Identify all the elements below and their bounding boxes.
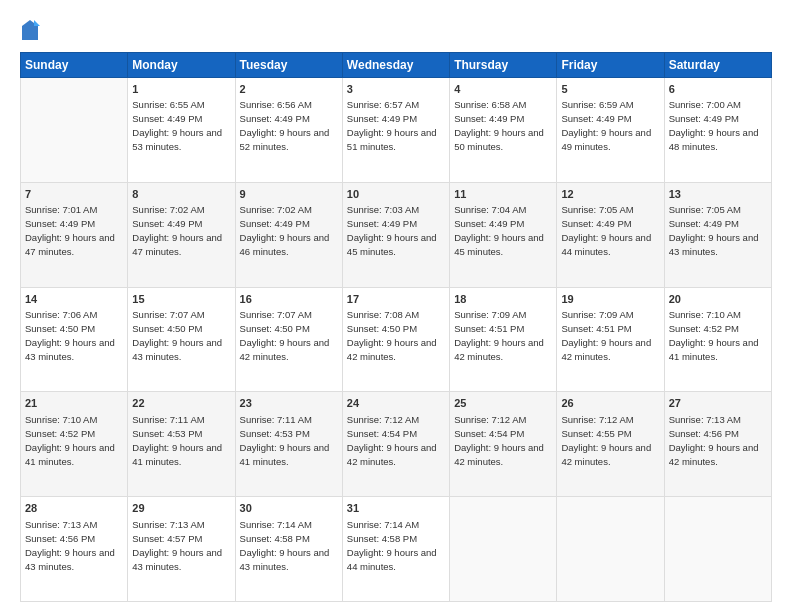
cell-text: Sunrise: 7:13 AMSunset: 4:56 PMDaylight:… <box>669 414 759 467</box>
day-number: 29 <box>132 501 230 516</box>
day-number: 15 <box>132 292 230 307</box>
calendar-cell: 31Sunrise: 7:14 AMSunset: 4:58 PMDayligh… <box>342 497 449 602</box>
weekday-header-sunday: Sunday <box>21 53 128 78</box>
week-row-2: 14Sunrise: 7:06 AMSunset: 4:50 PMDayligh… <box>21 287 772 392</box>
calendar-cell: 7Sunrise: 7:01 AMSunset: 4:49 PMDaylight… <box>21 182 128 287</box>
calendar-cell: 17Sunrise: 7:08 AMSunset: 4:50 PMDayligh… <box>342 287 449 392</box>
day-number: 7 <box>25 187 123 202</box>
day-number: 19 <box>561 292 659 307</box>
day-number: 4 <box>454 82 552 97</box>
calendar-cell: 21Sunrise: 7:10 AMSunset: 4:52 PMDayligh… <box>21 392 128 497</box>
calendar-cell: 30Sunrise: 7:14 AMSunset: 4:58 PMDayligh… <box>235 497 342 602</box>
cell-text: Sunrise: 7:04 AMSunset: 4:49 PMDaylight:… <box>454 204 544 257</box>
day-number: 21 <box>25 396 123 411</box>
calendar-cell: 24Sunrise: 7:12 AMSunset: 4:54 PMDayligh… <box>342 392 449 497</box>
calendar-cell: 16Sunrise: 7:07 AMSunset: 4:50 PMDayligh… <box>235 287 342 392</box>
cell-text: Sunrise: 7:03 AMSunset: 4:49 PMDaylight:… <box>347 204 437 257</box>
day-number: 18 <box>454 292 552 307</box>
day-number: 22 <box>132 396 230 411</box>
weekday-header-thursday: Thursday <box>450 53 557 78</box>
page: SundayMondayTuesdayWednesdayThursdayFrid… <box>0 0 792 612</box>
calendar-cell <box>557 497 664 602</box>
calendar-cell: 4Sunrise: 6:58 AMSunset: 4:49 PMDaylight… <box>450 78 557 183</box>
day-number: 8 <box>132 187 230 202</box>
calendar-cell: 13Sunrise: 7:05 AMSunset: 4:49 PMDayligh… <box>664 182 771 287</box>
weekday-header-monday: Monday <box>128 53 235 78</box>
cell-text: Sunrise: 6:58 AMSunset: 4:49 PMDaylight:… <box>454 99 544 152</box>
day-number: 31 <box>347 501 445 516</box>
logo <box>20 18 44 42</box>
day-number: 24 <box>347 396 445 411</box>
calendar-cell: 25Sunrise: 7:12 AMSunset: 4:54 PMDayligh… <box>450 392 557 497</box>
cell-text: Sunrise: 7:09 AMSunset: 4:51 PMDaylight:… <box>561 309 651 362</box>
cell-text: Sunrise: 6:55 AMSunset: 4:49 PMDaylight:… <box>132 99 222 152</box>
cell-text: Sunrise: 7:12 AMSunset: 4:54 PMDaylight:… <box>454 414 544 467</box>
calendar-cell <box>450 497 557 602</box>
weekday-header-tuesday: Tuesday <box>235 53 342 78</box>
calendar-cell: 5Sunrise: 6:59 AMSunset: 4:49 PMDaylight… <box>557 78 664 183</box>
day-number: 13 <box>669 187 767 202</box>
day-number: 30 <box>240 501 338 516</box>
cell-text: Sunrise: 7:02 AMSunset: 4:49 PMDaylight:… <box>132 204 222 257</box>
calendar-cell: 14Sunrise: 7:06 AMSunset: 4:50 PMDayligh… <box>21 287 128 392</box>
cell-text: Sunrise: 7:11 AMSunset: 4:53 PMDaylight:… <box>240 414 330 467</box>
cell-text: Sunrise: 7:09 AMSunset: 4:51 PMDaylight:… <box>454 309 544 362</box>
cell-text: Sunrise: 7:10 AMSunset: 4:52 PMDaylight:… <box>25 414 115 467</box>
calendar-cell: 22Sunrise: 7:11 AMSunset: 4:53 PMDayligh… <box>128 392 235 497</box>
day-number: 3 <box>347 82 445 97</box>
day-number: 1 <box>132 82 230 97</box>
logo-icon <box>20 18 40 42</box>
calendar-cell: 27Sunrise: 7:13 AMSunset: 4:56 PMDayligh… <box>664 392 771 497</box>
cell-text: Sunrise: 7:02 AMSunset: 4:49 PMDaylight:… <box>240 204 330 257</box>
calendar-cell: 1Sunrise: 6:55 AMSunset: 4:49 PMDaylight… <box>128 78 235 183</box>
cell-text: Sunrise: 7:06 AMSunset: 4:50 PMDaylight:… <box>25 309 115 362</box>
calendar-cell <box>664 497 771 602</box>
cell-text: Sunrise: 7:08 AMSunset: 4:50 PMDaylight:… <box>347 309 437 362</box>
cell-text: Sunrise: 7:11 AMSunset: 4:53 PMDaylight:… <box>132 414 222 467</box>
cell-text: Sunrise: 7:00 AMSunset: 4:49 PMDaylight:… <box>669 99 759 152</box>
day-number: 2 <box>240 82 338 97</box>
weekday-header-saturday: Saturday <box>664 53 771 78</box>
day-number: 23 <box>240 396 338 411</box>
calendar-cell: 29Sunrise: 7:13 AMSunset: 4:57 PMDayligh… <box>128 497 235 602</box>
calendar-cell: 23Sunrise: 7:11 AMSunset: 4:53 PMDayligh… <box>235 392 342 497</box>
day-number: 17 <box>347 292 445 307</box>
day-number: 11 <box>454 187 552 202</box>
calendar-cell: 6Sunrise: 7:00 AMSunset: 4:49 PMDaylight… <box>664 78 771 183</box>
calendar-cell: 11Sunrise: 7:04 AMSunset: 4:49 PMDayligh… <box>450 182 557 287</box>
calendar-cell: 12Sunrise: 7:05 AMSunset: 4:49 PMDayligh… <box>557 182 664 287</box>
header <box>20 18 772 42</box>
calendar-cell: 20Sunrise: 7:10 AMSunset: 4:52 PMDayligh… <box>664 287 771 392</box>
cell-text: Sunrise: 6:59 AMSunset: 4:49 PMDaylight:… <box>561 99 651 152</box>
day-number: 26 <box>561 396 659 411</box>
calendar-cell: 3Sunrise: 6:57 AMSunset: 4:49 PMDaylight… <box>342 78 449 183</box>
cell-text: Sunrise: 7:07 AMSunset: 4:50 PMDaylight:… <box>240 309 330 362</box>
cell-text: Sunrise: 7:10 AMSunset: 4:52 PMDaylight:… <box>669 309 759 362</box>
day-number: 14 <box>25 292 123 307</box>
day-number: 12 <box>561 187 659 202</box>
calendar-cell <box>21 78 128 183</box>
calendar-cell: 8Sunrise: 7:02 AMSunset: 4:49 PMDaylight… <box>128 182 235 287</box>
day-number: 9 <box>240 187 338 202</box>
calendar-cell: 19Sunrise: 7:09 AMSunset: 4:51 PMDayligh… <box>557 287 664 392</box>
cell-text: Sunrise: 7:07 AMSunset: 4:50 PMDaylight:… <box>132 309 222 362</box>
day-number: 28 <box>25 501 123 516</box>
day-number: 10 <box>347 187 445 202</box>
week-row-0: 1Sunrise: 6:55 AMSunset: 4:49 PMDaylight… <box>21 78 772 183</box>
cell-text: Sunrise: 7:13 AMSunset: 4:56 PMDaylight:… <box>25 519 115 572</box>
week-row-3: 21Sunrise: 7:10 AMSunset: 4:52 PMDayligh… <box>21 392 772 497</box>
cell-text: Sunrise: 7:14 AMSunset: 4:58 PMDaylight:… <box>347 519 437 572</box>
calendar-cell: 2Sunrise: 6:56 AMSunset: 4:49 PMDaylight… <box>235 78 342 183</box>
calendar-cell: 9Sunrise: 7:02 AMSunset: 4:49 PMDaylight… <box>235 182 342 287</box>
calendar-cell: 15Sunrise: 7:07 AMSunset: 4:50 PMDayligh… <box>128 287 235 392</box>
day-number: 5 <box>561 82 659 97</box>
cell-text: Sunrise: 6:57 AMSunset: 4:49 PMDaylight:… <box>347 99 437 152</box>
weekday-header-row: SundayMondayTuesdayWednesdayThursdayFrid… <box>21 53 772 78</box>
day-number: 16 <box>240 292 338 307</box>
week-row-1: 7Sunrise: 7:01 AMSunset: 4:49 PMDaylight… <box>21 182 772 287</box>
cell-text: Sunrise: 7:05 AMSunset: 4:49 PMDaylight:… <box>561 204 651 257</box>
calendar-cell: 28Sunrise: 7:13 AMSunset: 4:56 PMDayligh… <box>21 497 128 602</box>
cell-text: Sunrise: 7:12 AMSunset: 4:55 PMDaylight:… <box>561 414 651 467</box>
calendar-cell: 26Sunrise: 7:12 AMSunset: 4:55 PMDayligh… <box>557 392 664 497</box>
weekday-header-wednesday: Wednesday <box>342 53 449 78</box>
